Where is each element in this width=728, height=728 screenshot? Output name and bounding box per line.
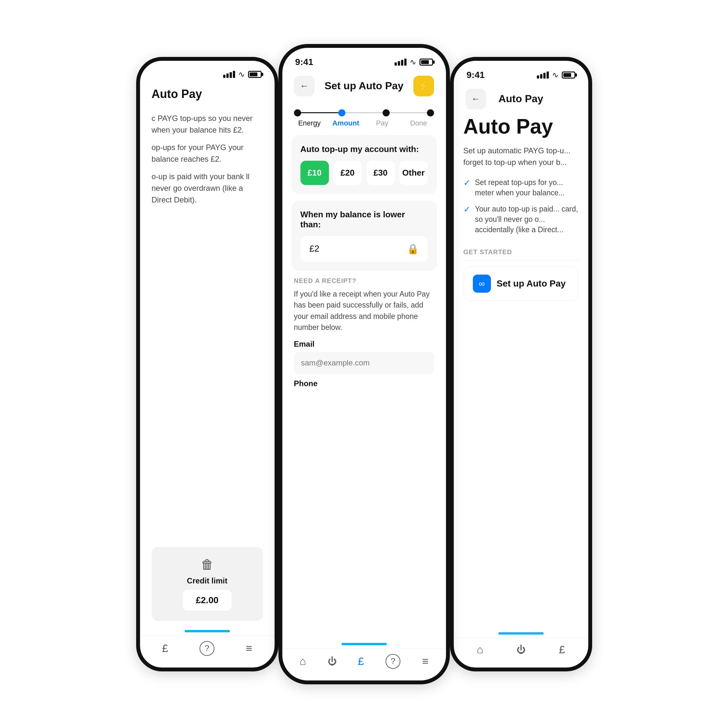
center-nav-activity[interactable]: ⏻: [327, 656, 336, 667]
stepper: [282, 102, 446, 116]
receipt-description: If you'd like a receipt when your Auto P…: [294, 289, 434, 333]
signal-icon: [223, 71, 235, 78]
amount-options: £10 £20 £30 Other: [300, 161, 428, 185]
center-wifi-icon: ∿: [410, 58, 416, 67]
center-content: Auto top-up my account with: £10 £20 £30…: [282, 127, 446, 643]
right-top-nav: ← Auto Pay: [454, 83, 588, 115]
step-label-done: Done: [401, 119, 437, 127]
check-text-2: Your auto top-up is paid... card, so you…: [475, 204, 578, 235]
center-time: 9:41: [295, 57, 314, 67]
center-status-bar: 9:41 ∿: [282, 48, 446, 70]
center-bottom-nav: ⌂ ⏻ £ ? ≡: [282, 648, 446, 681]
check-icon-2: ✓: [463, 204, 471, 214]
setup-btn-text: Set up Auto Pay: [497, 278, 566, 289]
right-nav-home[interactable]: ⌂: [477, 643, 483, 656]
email-input-group: Email: [294, 340, 434, 374]
check-icon-1: ✓: [463, 178, 471, 188]
credit-label: Credit limit: [187, 576, 227, 585]
setup-auto-pay-button[interactable]: ∞ Set up Auto Pay: [463, 266, 578, 301]
right-nav-currency[interactable]: £: [559, 643, 565, 656]
amount-card: Auto top-up my account with: £10 £20 £30…: [291, 135, 437, 194]
left-status-bar: ∿: [140, 61, 275, 82]
left-bottom-nav: £ ? ≡: [140, 636, 275, 668]
step-line-3: [390, 112, 427, 113]
right-wifi-icon: ∿: [552, 70, 558, 80]
phone-input-group: Phone: [294, 379, 434, 388]
amount-card-title: Auto top-up my account with:: [300, 144, 428, 154]
center-top-nav: ← Set up Auto Pay ⚡: [282, 70, 446, 102]
center-nav-home[interactable]: ⌂: [300, 655, 306, 668]
balance-value: £2: [309, 243, 320, 254]
email-input[interactable]: [294, 352, 434, 374]
right-bottom-nav: ⌂ ⏻ £: [454, 638, 588, 668]
right-signal-icon: [537, 72, 549, 79]
stepper-labels: Energy Amount Pay Done: [282, 116, 446, 127]
amount-btn-20[interactable]: £20: [333, 161, 362, 185]
nav-icon-help[interactable]: ?: [200, 641, 214, 656]
left-phone-content: Auto Pay c PAYG top-ups so you never whe…: [140, 82, 275, 627]
nav-icon-currency[interactable]: £: [162, 642, 168, 655]
phone-left: ∿ Auto Pay c PAYG top-ups so you never w…: [136, 57, 278, 671]
left-status-icons: ∿: [223, 70, 262, 79]
back-button[interactable]: ←: [294, 76, 315, 96]
check-item-1: ✓ Set repeat top-ups for yo... meter whe…: [463, 177, 578, 198]
center-nav-help[interactable]: ?: [385, 654, 401, 669]
back-arrow-icon: ←: [300, 81, 309, 91]
receipt-section: NEED A RECEIPT? If you'd like a receipt …: [291, 277, 437, 393]
get-started-label: GET STARTED: [463, 248, 578, 256]
step-line-2: [346, 112, 382, 113]
amount-btn-30[interactable]: £30: [366, 161, 395, 185]
phone-label: Phone: [294, 379, 434, 388]
setup-btn-icon: ∞: [473, 275, 491, 293]
step-dot-1: [294, 109, 301, 116]
left-desc-3: o-up is paid with your bank ll never go …: [152, 171, 263, 206]
wifi-icon: ∿: [239, 70, 245, 79]
left-desc-2: op-ups for your PAYG your balance reache…: [152, 142, 263, 165]
step-label-pay: Pay: [364, 119, 401, 127]
check-item-2: ✓ Your auto top-up is paid... card, so y…: [463, 204, 578, 235]
balance-card-title: When my balance is lower than:: [300, 210, 428, 229]
nav-icon-menu[interactable]: ≡: [246, 642, 252, 655]
delete-icon: 🗑: [201, 557, 214, 572]
center-nav-title: Set up Auto Pay: [324, 80, 403, 92]
step-label-energy: Energy: [291, 119, 328, 127]
step-line-1: [301, 112, 338, 113]
left-page-title: Auto Pay: [152, 87, 202, 101]
right-time: 9:41: [467, 70, 485, 80]
center-nav-menu[interactable]: ≡: [422, 655, 428, 668]
right-nav-activity[interactable]: ⏻: [517, 644, 526, 655]
left-header: Auto Pay: [140, 82, 275, 106]
right-status-icons: ∿: [537, 70, 575, 80]
right-content: Auto Pay Set up automatic PAYG top-u... …: [454, 115, 588, 632]
right-back-button[interactable]: ←: [465, 89, 486, 109]
email-label: Email: [294, 340, 434, 349]
amount-btn-other[interactable]: Other: [399, 161, 428, 185]
lock-icon: 🔒: [407, 243, 419, 254]
phone-center: 9:41 ∿ ← Set up Auto Pay ⚡: [278, 44, 450, 684]
receipt-label: NEED A RECEIPT?: [294, 277, 434, 284]
center-signal-icon: [395, 58, 407, 66]
action-button[interactable]: ⚡: [413, 76, 434, 96]
center-nav-currency[interactable]: £: [358, 655, 364, 668]
right-status-bar: 9:41 ∿: [454, 61, 588, 83]
center-battery-icon: [419, 58, 433, 66]
step-dot-2: [338, 109, 346, 116]
phone-right: 9:41 ∿ ← Auto Pay: [450, 57, 592, 671]
balance-card: When my balance is lower than: £2 🔒: [291, 200, 437, 271]
right-nav-title: Auto Pay: [499, 93, 543, 105]
balance-input-row: £2 🔒: [300, 236, 428, 262]
center-status-icons: ∿: [395, 58, 433, 67]
lightning-icon: ⚡: [418, 80, 430, 92]
left-body: c PAYG top-ups so you never when your ba…: [140, 106, 275, 540]
check-text-1: Set repeat top-ups for yo... meter when …: [475, 177, 578, 198]
right-back-arrow-icon: ←: [471, 94, 480, 104]
auto-pay-title: Auto Pay: [463, 115, 578, 138]
right-battery-icon: [562, 72, 575, 79]
scene: ∿ Auto Pay c PAYG top-ups so you never w…: [0, 0, 728, 728]
step-dot-3: [382, 109, 390, 116]
credit-card: 🗑 Credit limit £2.00: [152, 547, 263, 621]
step-dot-4: [427, 109, 434, 116]
credit-value: £2.00: [183, 590, 231, 610]
amount-btn-10[interactable]: £10: [300, 161, 329, 185]
auto-pay-description: Set up automatic PAYG top-u... forget to…: [463, 145, 578, 168]
